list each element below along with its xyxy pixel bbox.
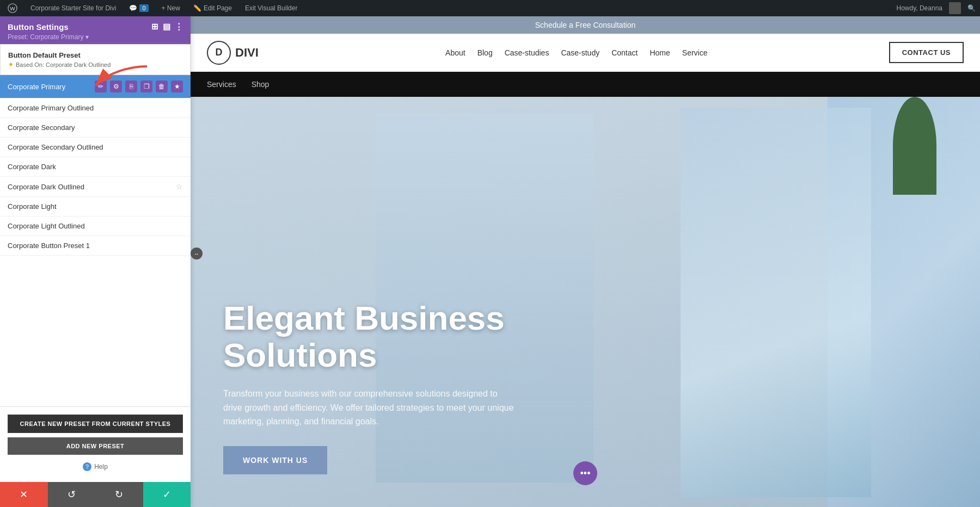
- wordpress-logo[interactable]: W: [4, 3, 21, 13]
- exit-builder-text: Exit Visual Builder: [245, 4, 298, 12]
- save-button[interactable]: ✓: [143, 482, 191, 507]
- help-icon: ?: [83, 462, 91, 471]
- hero-section: Elegant Business Solutions Transform you…: [191, 97, 980, 507]
- panel-title-text: Button Settings: [8, 22, 69, 32]
- preset-name-corporate-button-preset-1: Corporate Button Preset 1: [8, 242, 90, 250]
- nav-link-home[interactable]: Home: [650, 48, 670, 57]
- dots-icon: •••: [580, 468, 591, 479]
- nav-link-contact[interactable]: Contact: [611, 48, 638, 57]
- wp-icon: W: [8, 3, 17, 13]
- edit-page-link[interactable]: ✏️ Edit Page: [190, 4, 235, 12]
- preset-item-corporate-dark-outlined[interactable]: Corporate Dark Outlined ☆: [0, 177, 191, 197]
- site-nav: D DIVI About Blog Case-studies Case-stud…: [191, 34, 980, 72]
- panel-buttons: CREATE NEW PRESET FROM CURRENT STYLES AD…: [0, 406, 191, 482]
- left-panel: Button Settings ⊞ ▤ ⋮ Preset: Corporate …: [0, 16, 191, 507]
- redo-button[interactable]: ↻: [95, 482, 143, 507]
- redo-icon: ↻: [115, 489, 123, 500]
- announcement-text: Schedule a Free Consultation: [535, 21, 635, 29]
- new-item-link[interactable]: + New: [158, 4, 183, 12]
- preset-list: Corporate Primary ✏ ⚙ ⎘ ❐ 🗑 ★ Corporate …: [0, 75, 191, 406]
- panel-title-icons: ⊞ ▤ ⋮: [151, 22, 183, 32]
- admin-bar-right: Howdy, Deanna 🔍: [897, 2, 976, 14]
- preset-name-corporate-primary-outlined: Corporate Primary Outlined: [8, 104, 94, 112]
- cancel-button[interactable]: ✕: [0, 482, 48, 507]
- user-avatar: [949, 2, 961, 14]
- contact-us-button[interactable]: CONTACT US: [889, 42, 964, 63]
- hero-subtitle: Transform your business with our compreh…: [223, 387, 517, 429]
- help-text: Help: [94, 463, 108, 471]
- exit-builder-link[interactable]: Exit Visual Builder: [242, 4, 301, 12]
- add-preset-button[interactable]: ADD NEW PRESET: [8, 437, 183, 455]
- preset-item-corporate-button-preset-1[interactable]: Corporate Button Preset 1: [0, 236, 191, 256]
- logo-text: DIVI: [235, 46, 259, 60]
- based-on-text: Based On: Corporate Dark Outlined: [16, 61, 111, 68]
- preset-item-corporate-primary-outlined[interactable]: Corporate Primary Outlined: [0, 98, 191, 118]
- floating-menu-dot[interactable]: •••: [573, 461, 597, 485]
- work-with-us-button[interactable]: WORK WITH US: [223, 446, 327, 474]
- drag-icon: ↔: [194, 251, 199, 257]
- svg-text:W: W: [10, 5, 15, 11]
- sub-nav: Services Shop: [191, 72, 980, 97]
- help-link[interactable]: ? Help: [8, 459, 183, 474]
- star-icon: ★: [8, 61, 14, 68]
- duplicate-preset-icon[interactable]: ❐: [140, 81, 152, 92]
- panel-drag-handle[interactable]: ↔: [191, 248, 203, 259]
- bottom-toolbar: ✕ ↺ ↻ ✓: [0, 482, 191, 507]
- save-icon: ✓: [163, 489, 171, 500]
- layout-icon[interactable]: ▤: [163, 22, 170, 32]
- nav-link-blog[interactable]: Blog: [477, 48, 493, 57]
- nav-link-case-studies[interactable]: Case-studies: [505, 48, 549, 57]
- main-area: Button Settings ⊞ ▤ ⋮ Preset: Corporate …: [0, 16, 980, 507]
- search-icon[interactable]: 🔍: [967, 4, 976, 12]
- default-preset-title: Button Default Preset: [8, 51, 182, 59]
- preset-item-corporate-secondary[interactable]: Corporate Secondary: [0, 118, 191, 138]
- preset-item-corporate-dark[interactable]: Corporate Dark: [0, 157, 191, 177]
- preset-item-corporate-light[interactable]: Corporate Light: [0, 197, 191, 217]
- logo-circle: D: [207, 41, 231, 65]
- undo-icon: ↺: [68, 489, 76, 500]
- announcement-bar: Schedule a Free Consultation: [191, 16, 980, 34]
- default-preset-sub: ★ Based On: Corporate Dark Outlined: [8, 61, 182, 68]
- preset-label-text: Preset: Corporate Primary: [8, 33, 83, 41]
- preset-name-corporate-secondary: Corporate Secondary: [8, 123, 75, 132]
- copy-preset-icon[interactable]: ⎘: [125, 81, 137, 92]
- preset-name-corporate-secondary-outlined: Corporate Secondary Outlined: [8, 143, 103, 151]
- preset-name-corporate-dark: Corporate Dark: [8, 163, 56, 171]
- preset-item-corporate-secondary-outlined[interactable]: Corporate Secondary Outlined: [0, 138, 191, 157]
- star-outline-icon[interactable]: ☆: [176, 182, 183, 191]
- site-logo[interactable]: D DIVI: [207, 41, 259, 65]
- new-item-text: + New: [162, 4, 180, 12]
- comments-link[interactable]: 💬 0: [126, 4, 151, 12]
- preset-actions-corporate-primary: ✏ ⚙ ⎘ ❐ 🗑 ★: [95, 81, 183, 92]
- nav-links: About Blog Case-studies Case-study Conta…: [275, 48, 878, 57]
- undo-button[interactable]: ↺: [48, 482, 96, 507]
- preset-name-corporate-primary: Corporate Primary: [8, 83, 65, 91]
- hero-content: Elegant Business Solutions Transform you…: [191, 300, 572, 507]
- preset-name-corporate-light: Corporate Light: [8, 202, 57, 211]
- star-active-icon[interactable]: ★: [171, 81, 183, 92]
- nav-link-service[interactable]: Service: [682, 48, 708, 57]
- edit-preset-icon[interactable]: ✏: [95, 81, 107, 92]
- comment-icon: 💬: [129, 4, 137, 12]
- preset-name-corporate-dark-outlined: Corporate Dark Outlined: [8, 183, 84, 191]
- tree-decoration: [893, 97, 936, 195]
- settings-preset-icon[interactable]: ⚙: [110, 81, 122, 92]
- site-name-link[interactable]: Corporate Starter Site for Divi: [27, 4, 119, 12]
- building-2: [681, 108, 871, 497]
- preset-item-corporate-light-outlined[interactable]: Corporate Light Outlined: [0, 217, 191, 236]
- nav-link-case-study[interactable]: Case-study: [561, 48, 599, 57]
- website-preview: Schedule a Free Consultation D DIVI Abou…: [191, 16, 980, 507]
- sub-nav-services[interactable]: Services: [207, 80, 236, 89]
- default-preset-box: Button Default Preset ★ Based On: Corpor…: [0, 44, 191, 75]
- more-options-icon[interactable]: ⋮: [175, 22, 183, 32]
- hero-title: Elegant Business Solutions: [223, 300, 539, 374]
- preset-item-corporate-primary[interactable]: Corporate Primary ✏ ⚙ ⎘ ❐ 🗑 ★: [0, 75, 191, 98]
- create-preset-button[interactable]: CREATE NEW PRESET FROM CURRENT STYLES: [8, 415, 183, 433]
- nav-link-about[interactable]: About: [445, 48, 465, 57]
- delete-preset-icon[interactable]: 🗑: [156, 81, 168, 92]
- edit-page-text: Edit Page: [204, 4, 232, 12]
- pencil-icon: ✏️: [193, 4, 201, 12]
- preset-label[interactable]: Preset: Corporate Primary ▾: [8, 33, 183, 41]
- window-resize-icon[interactable]: ⊞: [151, 22, 158, 32]
- sub-nav-shop[interactable]: Shop: [252, 80, 270, 89]
